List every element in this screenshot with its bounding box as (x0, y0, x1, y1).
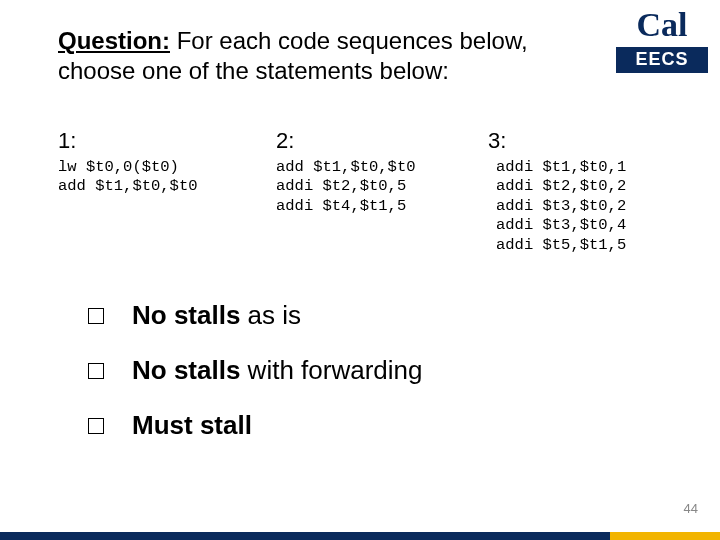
col-label: 1: (58, 128, 276, 154)
cal-logo: Cal (616, 10, 708, 41)
checkbox-icon[interactable] (88, 363, 104, 379)
option-row: No stalls with forwarding (88, 355, 422, 386)
option-text: Must stall (132, 410, 252, 441)
question-label: Question: (58, 27, 170, 54)
option-text: No stalls as is (132, 300, 301, 331)
checkbox-icon[interactable] (88, 418, 104, 434)
code-column-3: 3: addi $t1,$t0,1 addi $t2,$t0,2 addi $t… (486, 128, 696, 255)
code-block: lw $t0,0($t0) add $t1,$t0,$t0 (58, 158, 276, 197)
logo: Cal EECS (616, 10, 708, 73)
code-block: addi $t1,$t0,1 addi $t2,$t0,2 addi $t3,$… (496, 158, 696, 255)
option-row: Must stall (88, 410, 422, 441)
code-columns: 1: lw $t0,0($t0) add $t1,$t0,$t0 2: add … (58, 128, 700, 255)
checkbox-icon[interactable] (88, 308, 104, 324)
code-column-2: 2: add $t1,$t0,$t0 addi $t2,$t0,5 addi $… (276, 128, 486, 255)
bottom-accent (610, 532, 720, 540)
option-row: No stalls as is (88, 300, 422, 331)
eecs-bar: EECS (616, 47, 708, 73)
option-text: No stalls with forwarding (132, 355, 422, 386)
code-column-1: 1: lw $t0,0($t0) add $t1,$t0,$t0 (58, 128, 276, 255)
col-label: 2: (276, 128, 486, 154)
col-label: 3: (488, 128, 696, 154)
code-block: add $t1,$t0,$t0 addi $t2,$t0,5 addi $t4,… (276, 158, 486, 216)
slide-title: Question: For each code sequences below,… (58, 26, 568, 86)
page-number: 44 (684, 501, 698, 516)
answer-options: No stalls as is No stalls with forwardin… (88, 300, 422, 465)
